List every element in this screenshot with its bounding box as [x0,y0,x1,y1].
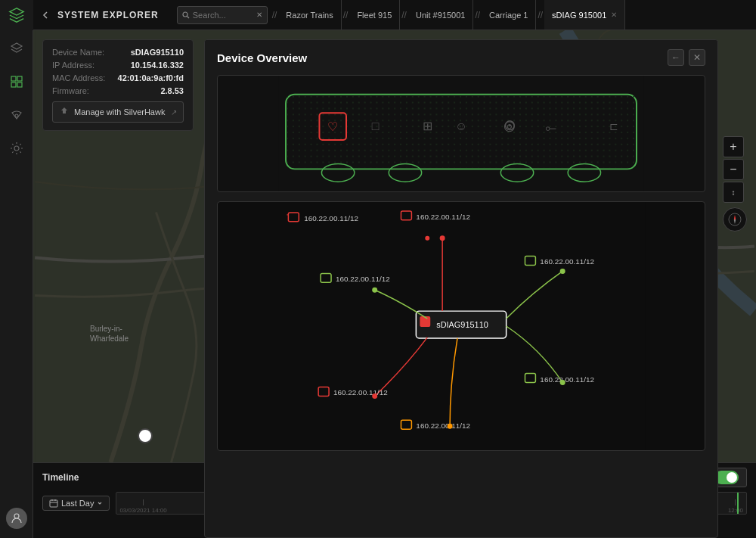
search-box[interactable]: ✕ [177,6,268,24]
manage-silverhawk-button[interactable]: Manage with SilverHawk ↗ [52,101,184,123]
svg-point-55 [448,424,453,429]
svg-text:160.22.00.11/12: 160.22.00.11/12 [336,275,390,283]
zoom-out-button[interactable]: − [723,159,744,180]
tick-0: 03/03/2021 14:00 [119,499,166,514]
bc-separator-3: // [400,10,408,20]
bc-separator-4: // [473,10,482,20]
map-controls: + − ↕ [723,136,747,232]
svg-point-6 [15,114,18,117]
svg-point-52 [372,393,377,399]
manage-label: Manage with SilverHawk [74,107,165,117]
train-diagram: ⊙ ♡ □ ⊞ ☺ ◎ ⟜ ⊏ [217,75,705,192]
left-sidebar [0,30,33,538]
zoom-in-button[interactable]: + [723,136,744,157]
bc-separator: // [271,10,279,20]
tick-8: 12:00 [728,499,743,514]
search-clear-icon[interactable]: ✕ [256,11,262,19]
device-name-row: Device Name: sDIAG915110 [52,48,184,57]
svg-point-7 [14,146,19,151]
svg-text:160.22.00.11/12: 160.22.00.11/12 [540,257,594,266]
app-logo [0,0,33,30]
ip-label: IP Address: [52,61,94,70]
breadcrumb-sdiag[interactable]: sDIAG 915001 ✕ [544,0,625,30]
zoom-reset-button[interactable]: ↕ [723,182,744,203]
last-day-label: Last Day [61,499,94,508]
map-label-burley: Burley-in-Wharfedale [90,324,129,344]
user-avatar[interactable] [6,508,27,529]
breadcrumb-unit-915001[interactable]: Unit #915001 [408,0,473,30]
network-diagram: sDIAG915110 160.22.00.11/12 160.22.00.11… [217,201,705,451]
firmware-label: Firmware: [52,86,89,95]
svg-point-46 [560,269,565,274]
mac-row: MAC Address: 42:01:0a:9a:f0:fd [52,73,184,82]
app-title: SYSTEM EXPLORER [57,10,174,20]
sidebar-icon-signal[interactable] [6,104,27,126]
svg-text:160.22.00.11/12: 160.22.00.11/12 [416,213,470,221]
panel-title: Device Overview [217,51,307,64]
external-link-icon: ↗ [171,108,177,117]
search-input[interactable] [193,11,253,20]
svg-point-10 [144,434,147,437]
breadcrumb-razor-trains[interactable]: Razor Trains [278,0,341,30]
svg-rect-5 [17,82,22,87]
svg-rect-3 [17,76,22,81]
svg-rect-2 [11,76,16,81]
svg-text:◎: ◎ [503,118,516,133]
svg-text:♡: ♡ [327,120,338,133]
device-info-panel: Device Name: sDIAG915110 IP Address: 10.… [42,39,194,131]
svg-text:160.22.00.11/12: 160.22.00.11/12 [333,388,388,397]
panel-close-button[interactable]: ✕ [689,49,705,66]
svg-text:☺: ☺ [455,120,467,132]
svg-text:sDIAG915110: sDIAG915110 [436,320,488,329]
top-bar: SYSTEM EXPLORER ✕ // Razor Trains // Fle… [0,0,756,30]
panel-controls: ← ✕ [668,49,705,66]
svg-line-1 [187,16,189,18]
svg-rect-32 [420,316,430,327]
svg-point-43 [372,288,377,293]
breadcrumbs: ✕ // Razor Trains // Fleet 915 // Unit #… [174,0,756,30]
device-name-value: sDIAG915110 [131,48,184,57]
firmware-row: Firmware: 2.8.53 [52,86,184,95]
device-overview-panel: Device Overview ← ✕ ⊙ [204,39,718,538]
panel-header: Device Overview ← ✕ [205,40,717,75]
mac-label: MAC Address: [52,73,105,82]
svg-rect-11 [144,437,146,439]
sidebar-icon-settings[interactable] [6,138,27,159]
svg-point-49 [560,380,565,385]
ip-value: 10.154.16.332 [131,61,184,70]
svg-point-8 [14,514,19,518]
panel-back-button[interactable]: ← [668,49,684,66]
close-tab-icon[interactable]: ✕ [611,11,617,19]
timeline-cursor [737,493,739,514]
breadcrumb-fleet-915[interactable]: Fleet 915 [349,0,400,30]
ip-row: IP Address: 10.154.16.332 [52,61,184,70]
svg-text:□: □ [372,120,380,132]
bc-separator-5: // [536,10,544,20]
svg-text:⟜: ⟜ [545,121,556,134]
firmware-value: 2.8.53 [160,86,184,95]
svg-rect-56 [50,500,57,507]
timeline-title: Timeline [42,472,79,483]
sidebar-icon-grid[interactable] [6,71,27,92]
sidebar-icon-layers[interactable] [6,38,27,59]
bc-separator-2: // [342,10,350,20]
back-button[interactable] [33,11,57,20]
svg-text:⊞: ⊞ [423,120,432,132]
location-pin [138,428,153,443]
compass-button[interactable] [723,207,747,232]
last-day-button[interactable]: Last Day [42,496,110,511]
svg-text:⊏: ⊏ [609,120,618,132]
svg-text:160.22.00.11/12: 160.22.00.11/12 [540,375,594,384]
svg-rect-4 [11,82,16,87]
svg-text:160.22.00.11/12: 160.22.00.11/12 [416,421,470,430]
svg-text:160.22.00.11/12: 160.22.00.11/12 [304,214,358,222]
breadcrumb-carriage-1[interactable]: Carriage 1 [482,0,536,30]
svg-point-0 [183,12,187,17]
svg-point-40 [440,235,445,241]
device-name-label: Device Name: [52,48,104,57]
svg-point-37 [425,236,429,241]
mac-value: 42:01:0a:9a:f0:fd [118,73,184,82]
